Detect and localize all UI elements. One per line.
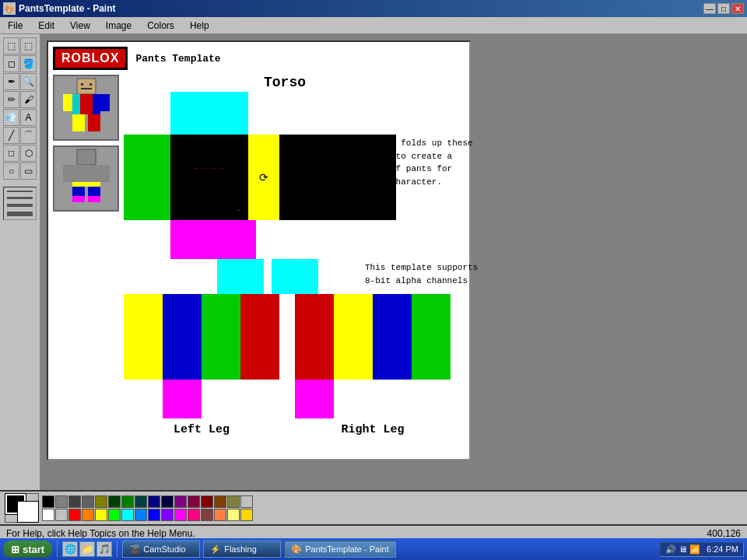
media-icon[interactable]: 🎵: [96, 541, 112, 557]
palette-color-r2-12[interactable]: [201, 509, 213, 521]
torso-front-cell[interactable]: - - - - .: [170, 135, 248, 220]
palette-color-4[interactable]: [95, 495, 107, 508]
maximize-button[interactable]: □: [717, 3, 730, 14]
background-color[interactable]: [18, 502, 38, 522]
waist-cyan-left[interactable]: [217, 259, 264, 294]
line-width-3[interactable]: [7, 204, 33, 207]
line-tool[interactable]: ╱: [3, 127, 19, 144]
brush-tool[interactable]: 🖌: [20, 91, 37, 108]
start-button[interactable]: ⊞ start: [3, 541, 52, 558]
palette-color-10[interactable]: [174, 495, 187, 508]
torso-decal-cell[interactable]: ⟳: [248, 135, 279, 220]
menu-file[interactable]: File: [3, 19, 27, 33]
palette-color-12[interactable]: [201, 495, 213, 508]
palette-color-14[interactable]: [227, 495, 240, 508]
palette-color-1[interactable]: [55, 495, 68, 508]
airbrush-tool[interactable]: 💨: [3, 109, 19, 126]
palette-color-r2-6[interactable]: [121, 509, 134, 521]
text-tool[interactable]: A: [20, 109, 37, 126]
palette-color-5[interactable]: [108, 495, 121, 508]
waist-front-cell[interactable]: [217, 220, 256, 259]
canvas-area[interactable]: ROBLOX Pants Template: [40, 34, 747, 490]
palette-color-r2-14[interactable]: [227, 509, 240, 521]
palette-row-2: [42, 509, 253, 521]
task-camstudio[interactable]: 🎬 CamStudio: [122, 541, 200, 558]
palette-color-0[interactable]: [42, 495, 54, 508]
magnify-tool[interactable]: 🔍: [20, 73, 37, 90]
ll-yellow[interactable]: [124, 294, 163, 380]
select-free-tool[interactable]: ⬚: [20, 37, 37, 54]
curve-tool[interactable]: ⌒: [20, 127, 37, 144]
svg-rect-10: [81, 88, 92, 89]
taskbar-icons: 🔊 🖥 📶: [665, 544, 700, 555]
torso-left-cell[interactable]: [124, 135, 170, 220]
left-leg-grid: [124, 294, 279, 380]
ll-magenta[interactable]: [163, 380, 202, 418]
folder-icon[interactable]: 📁: [79, 541, 95, 557]
palette-color-15[interactable]: [240, 495, 253, 508]
titlebar: 🎨 PantsTemplate - Paint — □ ✕: [0, 0, 747, 17]
palette-color-r2-7[interactable]: [135, 509, 147, 521]
waist-left-cell[interactable]: [170, 220, 217, 259]
palette-color-r2-8[interactable]: [148, 509, 160, 521]
torso-top-cell[interactable]: [170, 92, 248, 135]
rl-yellow[interactable]: [334, 294, 373, 380]
menu-view[interactable]: View: [65, 19, 95, 33]
palette-row-1: [42, 495, 253, 508]
line-width-4[interactable]: [7, 212, 33, 216]
line-width-2[interactable]: [7, 197, 33, 199]
line-width-1[interactable]: [7, 191, 33, 192]
palette-color-r2-4[interactable]: [95, 509, 107, 521]
torso-back-cell[interactable]: .: [279, 135, 357, 220]
task-flashing[interactable]: ⚡ Flashing: [203, 541, 281, 558]
menu-colors[interactable]: Colors: [142, 19, 179, 33]
palette-color-13[interactable]: [214, 495, 226, 508]
palette-color-8[interactable]: [148, 495, 160, 508]
palette-color-6[interactable]: [121, 495, 134, 508]
palette-color-7[interactable]: [135, 495, 147, 508]
poly-tool[interactable]: ⬡: [20, 145, 37, 162]
rl-red[interactable]: [295, 294, 334, 380]
rl-green[interactable]: [412, 294, 451, 380]
palette-color-11[interactable]: [188, 495, 200, 508]
palette-color-r2-9[interactable]: [161, 509, 174, 521]
task-paint[interactable]: 🎨 PantsTemplate - Paint: [284, 541, 396, 558]
palette-color-r2-13[interactable]: [214, 509, 226, 521]
ellipse-tool[interactable]: ○: [3, 163, 19, 180]
palette-color-3[interactable]: [82, 495, 94, 508]
eraser-tool[interactable]: ◻: [3, 55, 19, 72]
select-rect-tool[interactable]: ⬚: [3, 37, 19, 54]
palette-color-r2-10[interactable]: [174, 509, 187, 521]
rect-tool[interactable]: □: [3, 145, 19, 162]
eyedropper-tool[interactable]: ✒: [3, 73, 19, 90]
taskbar: ⊞ start 🌐 📁 🎵 🎬 CamStudio ⚡ Flashing 🎨 P…: [0, 538, 747, 560]
titlebar-left: 🎨 PantsTemplate - Paint: [3, 2, 115, 15]
waist-cyan-right[interactable]: [272, 259, 318, 294]
folds-text: ROBLOX folds up these faces to create a …: [365, 137, 528, 188]
roblox-logo: ROBLOX: [53, 47, 128, 70]
minimize-button[interactable]: —: [703, 3, 716, 14]
palette-color-2[interactable]: [68, 495, 81, 508]
rl-blue[interactable]: [373, 294, 412, 380]
pencil-tool[interactable]: ✏: [3, 91, 19, 108]
palette-color-r2-0[interactable]: [42, 509, 54, 521]
palette-color-r2-5[interactable]: [108, 509, 121, 521]
ll-red[interactable]: [240, 294, 279, 380]
ll-blue[interactable]: [163, 294, 202, 380]
ie-icon[interactable]: 🌐: [62, 541, 78, 557]
close-button[interactable]: ✕: [731, 3, 744, 14]
menu-edit[interactable]: Edit: [33, 19, 59, 33]
ll-green[interactable]: [202, 294, 240, 380]
menu-image[interactable]: Image: [101, 19, 136, 33]
palette-color-r2-2[interactable]: [68, 509, 81, 521]
taskbar-divider: [57, 541, 58, 558]
palette-color-r2-1[interactable]: [55, 509, 68, 521]
palette-color-r2-11[interactable]: [188, 509, 200, 521]
palette-color-r2-3[interactable]: [82, 509, 94, 521]
menu-help[interactable]: Help: [185, 19, 214, 33]
fill-tool[interactable]: 🪣: [20, 55, 37, 72]
rl-magenta[interactable]: [295, 380, 334, 418]
palette-color-9[interactable]: [161, 495, 174, 508]
rounded-rect-tool[interactable]: ▭: [20, 163, 37, 180]
palette-color-r2-15[interactable]: [240, 509, 253, 521]
